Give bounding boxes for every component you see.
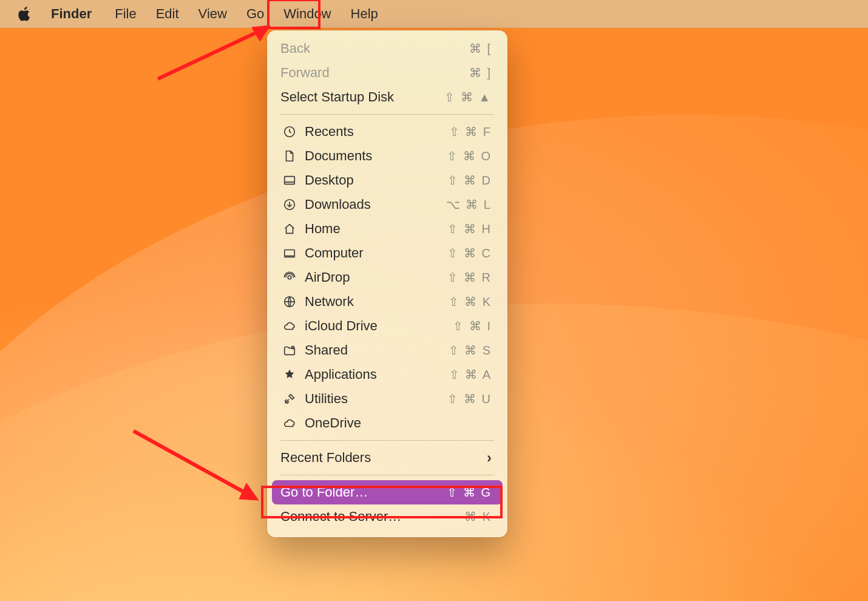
menu-item-label: Select Startup Disk <box>280 89 444 105</box>
shortcut: ⇧ ⌘ U <box>447 392 492 406</box>
menu-item-home[interactable]: Home ⇧ ⌘ H <box>272 217 503 241</box>
menu-item-label: Shared <box>305 342 449 358</box>
menu-item-recents[interactable]: Recents ⇧ ⌘ F <box>272 120 503 144</box>
shortcut: ⇧ ⌘ K <box>449 294 492 309</box>
menu-separator <box>280 114 494 115</box>
desktop-wallpaper: Finder File Edit View Go Window Help Bac… <box>0 0 868 601</box>
menubar: Finder File Edit View Go Window Help <box>0 0 868 28</box>
annotation-arrow-to-go-to-folder <box>127 425 273 516</box>
svg-marker-11 <box>239 483 259 500</box>
network-icon <box>280 295 299 308</box>
menu-item-downloads[interactable]: Downloads ⌥ ⌘ L <box>272 192 503 217</box>
menu-item-icloud-drive[interactable]: iCloud Drive ⇧ ⌘ I <box>272 314 503 338</box>
icloud-icon <box>280 319 299 333</box>
menubar-item-help[interactable]: Help <box>341 0 388 28</box>
menu-separator <box>280 475 494 475</box>
menubar-app-name[interactable]: Finder <box>49 0 105 28</box>
shared-icon <box>280 344 299 357</box>
shortcut: ⇧ ⌘ O <box>447 149 492 163</box>
desktop-icon <box>280 174 299 187</box>
shortcut: ⇧ ⌘ H <box>447 222 492 236</box>
menu-item-label: AirDrop <box>305 270 447 285</box>
shortcut: ⇧ ⌘ G <box>447 485 492 500</box>
menu-item-label: Forward <box>280 65 469 81</box>
menu-item-label: Back <box>280 41 469 56</box>
menu-item-label: Computer <box>305 245 447 261</box>
menu-item-forward[interactable]: Forward ⌘ ] <box>272 61 503 85</box>
menu-item-computer[interactable]: Computer ⇧ ⌘ C <box>272 241 503 265</box>
shortcut: ⇧ ⌘ R <box>447 270 492 285</box>
svg-line-10 <box>134 431 249 495</box>
computer-icon <box>280 246 299 260</box>
menu-item-desktop[interactable]: Desktop ⇧ ⌘ D <box>272 168 503 192</box>
menu-item-onedrive[interactable]: OneDrive <box>272 411 503 435</box>
shortcut: ⇧ ⌘ I <box>453 319 492 333</box>
svg-rect-1 <box>285 177 295 182</box>
menu-item-recent-folders[interactable]: Recent Folders › <box>272 446 503 470</box>
go-menu-dropdown: Back ⌘ [ Forward ⌘ ] Select Startup Disk… <box>267 30 507 537</box>
menu-item-label: Home <box>305 221 447 237</box>
menu-item-shared[interactable]: Shared ⇧ ⌘ S <box>272 338 503 362</box>
menu-item-label: Connect to Server… <box>280 509 464 525</box>
menu-item-airdrop[interactable]: AirDrop ⇧ ⌘ R <box>272 265 503 290</box>
home-icon <box>280 222 299 236</box>
menu-item-back[interactable]: Back ⌘ [ <box>272 36 503 61</box>
shortcut: ⌥ ⌘ L <box>446 197 492 212</box>
menu-item-label: Documents <box>305 148 447 164</box>
menu-item-label: iCloud Drive <box>305 318 453 334</box>
menu-item-label: Applications <box>305 367 449 382</box>
shortcut: ⌘ ] <box>469 66 492 80</box>
menu-item-label: Utilities <box>305 391 447 407</box>
clock-icon <box>280 125 299 138</box>
menu-item-documents[interactable]: Documents ⇧ ⌘ O <box>272 144 503 168</box>
applications-icon <box>280 368 299 381</box>
menubar-item-view[interactable]: View <box>189 0 237 28</box>
menu-item-label: Recent Folders <box>280 450 487 466</box>
menu-item-connect-to-server[interactable]: Connect to Server… ⌘ K <box>272 504 503 529</box>
shortcut: ⌘ K <box>464 509 492 524</box>
onedrive-icon <box>280 416 299 430</box>
menu-item-label: OneDrive <box>305 415 492 431</box>
menubar-item-file[interactable]: File <box>105 0 146 28</box>
menu-item-label: Recents <box>305 124 449 140</box>
shortcut: ⇧ ⌘ D <box>447 173 492 188</box>
svg-point-5 <box>288 276 291 279</box>
menu-separator <box>280 440 494 441</box>
shortcut: ⌘ [ <box>469 41 492 56</box>
airdrop-icon <box>280 271 299 284</box>
menu-item-label: Network <box>305 294 449 310</box>
shortcut: ⇧ ⌘ C <box>447 246 492 260</box>
menu-item-label: Desktop <box>305 172 447 188</box>
svg-rect-2 <box>285 182 295 185</box>
document-icon <box>280 149 299 163</box>
menu-item-select-startup-disk[interactable]: Select Startup Disk ⇧ ⌘ ▲ <box>272 85 503 109</box>
shortcut: ⇧ ⌘ S <box>449 343 492 358</box>
menubar-item-window[interactable]: Window <box>274 0 341 28</box>
annotation-arrow-to-go <box>152 18 285 85</box>
menu-item-go-to-folder[interactable]: Go to Folder… ⇧ ⌘ G <box>272 480 503 504</box>
svg-rect-4 <box>285 250 295 256</box>
submenu-chevron-icon: › <box>487 449 492 466</box>
svg-point-7 <box>291 346 294 348</box>
menubar-item-edit[interactable]: Edit <box>146 0 189 28</box>
shortcut: ⇧ ⌘ A <box>449 367 492 382</box>
menu-item-network[interactable]: Network ⇧ ⌘ K <box>272 290 503 314</box>
shortcut: ⇧ ⌘ ▲ <box>444 90 492 104</box>
menu-item-utilities[interactable]: Utilities ⇧ ⌘ U <box>272 387 503 411</box>
svg-line-8 <box>158 30 261 79</box>
menubar-item-go[interactable]: Go <box>237 0 274 28</box>
utilities-icon <box>280 392 299 406</box>
menu-item-label: Downloads <box>305 197 446 212</box>
apple-menu-icon[interactable] <box>17 6 33 22</box>
downloads-icon <box>280 198 299 211</box>
shortcut: ⇧ ⌘ F <box>449 124 492 139</box>
menu-item-label: Go to Folder… <box>280 484 447 500</box>
menu-item-applications[interactable]: Applications ⇧ ⌘ A <box>272 362 503 387</box>
